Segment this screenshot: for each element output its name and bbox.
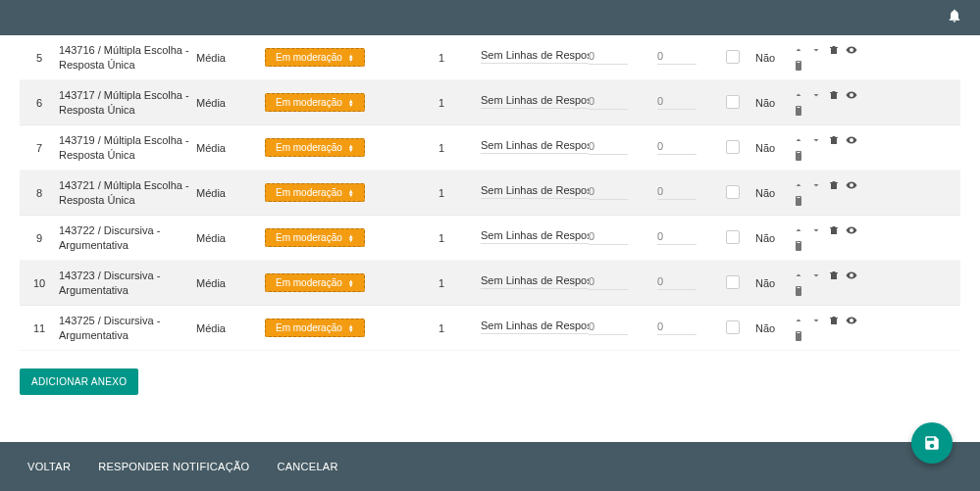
- delete-button[interactable]: [828, 224, 840, 236]
- move-down-button[interactable]: [810, 270, 822, 281]
- delete-button[interactable]: [828, 179, 840, 191]
- move-up-button[interactable]: [793, 270, 804, 281]
- row-difficulty: Média: [196, 187, 265, 199]
- view-button[interactable]: [846, 44, 857, 56]
- clipboard-button[interactable]: [793, 150, 804, 162]
- table-row: 6 143717 / Múltipla Escolha - Resposta Ú…: [20, 80, 960, 125]
- cancel-button[interactable]: CANCELAR: [277, 461, 337, 472]
- save-fab[interactable]: [911, 422, 953, 464]
- move-up-button[interactable]: [793, 315, 804, 326]
- moderation-status-pill[interactable]: Em moderação ▲▼: [265, 48, 365, 67]
- delete-button[interactable]: [828, 134, 840, 146]
- value-a-input[interactable]: 0: [589, 140, 628, 155]
- notifications-icon[interactable]: [947, 8, 962, 27]
- row-weight: 1: [402, 142, 481, 154]
- moderation-status-pill[interactable]: Em moderação ▲▼: [265, 93, 365, 112]
- move-up-button[interactable]: [793, 134, 804, 146]
- row-checkbox[interactable]: [726, 230, 740, 244]
- move-down-button[interactable]: [810, 179, 822, 191]
- back-button[interactable]: VOLTAR: [27, 461, 71, 472]
- clipboard-button[interactable]: [793, 195, 804, 207]
- row-difficulty: Média: [196, 277, 265, 289]
- clipboard-button[interactable]: [793, 105, 804, 117]
- view-button[interactable]: [846, 179, 857, 191]
- row-difficulty: Média: [196, 52, 265, 64]
- clipboard-button[interactable]: [793, 330, 804, 342]
- row-difficulty: Média: [196, 142, 265, 154]
- row-checkbox[interactable]: [726, 140, 740, 154]
- row-checkbox[interactable]: [726, 50, 740, 64]
- move-up-button[interactable]: [793, 224, 804, 236]
- move-down-button[interactable]: [810, 224, 822, 236]
- response-lines-select[interactable]: Sem Linhas de Respos: [481, 229, 589, 244]
- view-button[interactable]: [846, 270, 857, 281]
- view-button[interactable]: [846, 134, 857, 146]
- sort-icon: ▲▼: [348, 189, 354, 197]
- moderation-status-pill[interactable]: Em moderação ▲▼: [265, 228, 365, 247]
- value-a-input[interactable]: 0: [589, 185, 628, 200]
- respond-notification-button[interactable]: RESPONDER NOTIFICAÇÃO: [98, 461, 249, 472]
- row-checkbox[interactable]: [726, 320, 740, 334]
- response-lines-select[interactable]: Sem Linhas de Respos: [481, 94, 589, 109]
- value-b-input[interactable]: 0: [657, 275, 696, 290]
- move-up-button[interactable]: [793, 44, 804, 56]
- value-b-input[interactable]: 0: [657, 50, 696, 65]
- view-button[interactable]: [846, 224, 857, 236]
- moderation-status-pill[interactable]: Em moderação ▲▼: [265, 138, 365, 157]
- move-down-button[interactable]: [810, 89, 822, 101]
- add-attachment-button[interactable]: ADICIONAR ANEXO: [20, 368, 138, 395]
- move-up-button[interactable]: [793, 179, 804, 191]
- row-checkbox[interactable]: [726, 95, 740, 109]
- action-bar: VOLTAR RESPONDER NOTIFICAÇÃO CANCELAR: [0, 442, 980, 491]
- moderation-label: Em moderação: [276, 142, 342, 153]
- response-lines-select[interactable]: Sem Linhas de Respos: [481, 274, 589, 289]
- row-description: 143722 / Discursiva - Argumentativa: [59, 223, 196, 252]
- move-down-button[interactable]: [810, 134, 822, 146]
- view-button[interactable]: [846, 89, 857, 101]
- response-lines-select[interactable]: Sem Linhas de Respos: [481, 139, 589, 154]
- row-description: 143723 / Discursiva - Argumentativa: [59, 269, 196, 297]
- value-a-input[interactable]: 0: [589, 95, 628, 110]
- row-nao: Não: [755, 142, 793, 154]
- row-number: 10: [20, 277, 59, 289]
- value-a-input[interactable]: 0: [589, 50, 628, 65]
- value-a-input[interactable]: 0: [589, 230, 628, 245]
- value-a-input[interactable]: 0: [589, 275, 628, 290]
- delete-button[interactable]: [828, 44, 840, 56]
- table-row: 7 143719 / Múltipla Escolha - Resposta Ú…: [20, 125, 960, 171]
- value-b-input[interactable]: 0: [657, 320, 696, 335]
- move-down-button[interactable]: [810, 44, 822, 56]
- delete-button[interactable]: [828, 315, 840, 326]
- delete-button[interactable]: [828, 270, 840, 281]
- row-actions: [793, 44, 871, 72]
- row-description: 143721 / Múltipla Escolha - Resposta Úni…: [59, 178, 196, 207]
- row-checkbox[interactable]: [726, 185, 740, 199]
- delete-button[interactable]: [828, 89, 840, 101]
- clipboard-button[interactable]: [793, 60, 804, 72]
- sort-icon: ▲▼: [348, 234, 354, 242]
- response-lines-select[interactable]: Sem Linhas de Respos: [481, 49, 589, 64]
- response-lines-select[interactable]: Sem Linhas de Respos: [481, 184, 589, 199]
- move-down-button[interactable]: [810, 315, 822, 326]
- value-b-input[interactable]: 0: [657, 185, 696, 200]
- clipboard-button[interactable]: [793, 285, 804, 297]
- row-nao: Não: [755, 187, 793, 199]
- moderation-label: Em moderação: [276, 277, 342, 288]
- row-actions: [793, 315, 871, 342]
- row-checkbox[interactable]: [726, 275, 740, 289]
- value-b-input[interactable]: 0: [657, 95, 696, 110]
- moderation-status-pill[interactable]: Em moderação ▲▼: [265, 319, 365, 337]
- value-b-input[interactable]: 0: [657, 140, 696, 155]
- value-b-input[interactable]: 0: [657, 230, 696, 245]
- row-actions: [793, 89, 871, 117]
- moderation-status-pill[interactable]: Em moderação ▲▼: [265, 273, 365, 292]
- clipboard-button[interactable]: [793, 240, 804, 252]
- move-up-button[interactable]: [793, 89, 804, 101]
- save-icon: [923, 434, 941, 452]
- row-difficulty: Média: [196, 97, 265, 109]
- view-button[interactable]: [846, 315, 857, 326]
- moderation-status-pill[interactable]: Em moderação ▲▼: [265, 183, 365, 202]
- value-a-input[interactable]: 0: [589, 320, 628, 335]
- row-number: 5: [20, 52, 59, 64]
- response-lines-select[interactable]: Sem Linhas de Respos: [481, 319, 589, 334]
